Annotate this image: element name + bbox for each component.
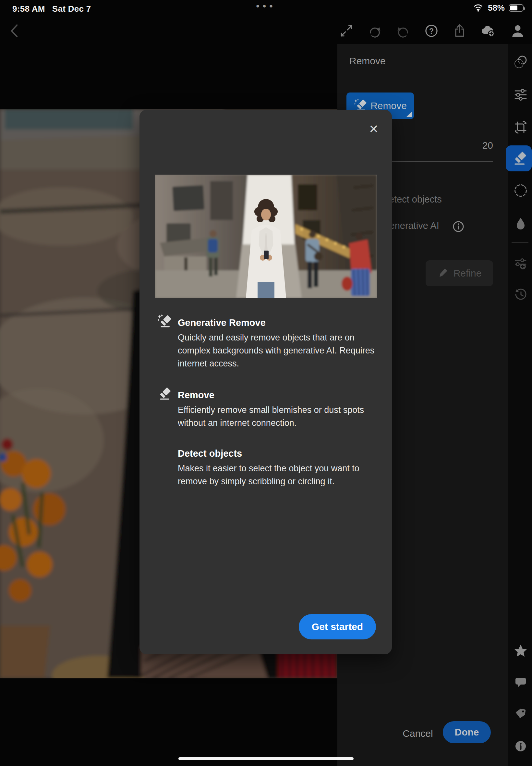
masking-icon[interactable]	[514, 55, 526, 68]
info-icon[interactable]	[514, 739, 526, 752]
refine-button[interactable]: Refine	[426, 260, 493, 286]
panel-title: Remove	[349, 55, 386, 67]
sparkle-eraser-icon	[157, 314, 171, 328]
remove-tool-active[interactable]	[506, 145, 532, 171]
wifi-icon	[472, 3, 484, 13]
status-bar: 9:58 AMSat Dec 7 ••• 58%	[0, 0, 532, 17]
panel-divider	[337, 82, 508, 82]
comment-icon[interactable]	[514, 675, 526, 688]
paste-settings-icon[interactable]	[514, 256, 526, 269]
eraser-icon	[157, 387, 171, 401]
fullscreen-icon[interactable]	[339, 23, 354, 39]
section-heading: Detect objects	[178, 448, 242, 459]
pencil-icon	[437, 267, 449, 280]
cloud-add-icon[interactable]	[480, 23, 496, 39]
status-date: Sat Dec 7	[52, 4, 91, 14]
top-toolbar: ?	[0, 17, 532, 44]
back-chevron-icon[interactable]	[6, 23, 22, 39]
done-button[interactable]: Done	[443, 721, 491, 743]
section-body: Quickly and easily remove objects that a…	[178, 331, 376, 370]
redo-icon[interactable]	[367, 23, 382, 39]
section-body: Efficiently remove small blemishes or du…	[178, 404, 376, 430]
crop-rotate-icon[interactable]	[514, 120, 526, 133]
svg-text:?: ?	[429, 27, 434, 35]
history-icon[interactable]	[514, 287, 526, 300]
rail-divider	[512, 242, 528, 243]
section-heading: Generative Remove	[178, 317, 266, 328]
generative-remove-modal: ✕ Generative Remove	[139, 110, 392, 654]
share-icon[interactable]	[452, 23, 467, 39]
select-subject-icon[interactable]	[514, 183, 526, 196]
get-started-button[interactable]: Get started	[299, 614, 376, 639]
battery-icon	[509, 4, 524, 12]
hero-image	[155, 175, 377, 298]
account-icon[interactable]	[510, 23, 526, 39]
tag-icon[interactable]	[514, 707, 526, 720]
multitask-handle[interactable]: •••	[240, 1, 292, 12]
section-heading: Remove	[178, 390, 214, 401]
status-indicators: 58%	[472, 3, 524, 13]
star-rating-icon[interactable]	[514, 644, 526, 657]
help-icon[interactable]: ?	[424, 23, 439, 39]
undo-icon[interactable]	[395, 23, 411, 39]
section-body: Makes it easier to select the object you…	[178, 462, 376, 488]
home-indicator[interactable]	[178, 757, 354, 760]
dropdown-corner-icon	[406, 112, 412, 117]
clock-date: 9:58 AMSat Dec 7	[12, 4, 91, 14]
refine-label: Refine	[453, 268, 482, 279]
cancel-button[interactable]: Cancel	[395, 728, 441, 739]
close-icon[interactable]: ✕	[367, 122, 381, 136]
tool-rail	[508, 44, 532, 766]
heal-droplet-icon[interactable]	[514, 216, 526, 229]
status-time: 9:58 AM	[12, 4, 45, 14]
size-value: 20	[482, 140, 493, 151]
battery-percent: 58%	[488, 3, 505, 13]
generative-ai-info-icon[interactable]	[453, 221, 464, 232]
adjust-sliders-icon[interactable]	[514, 88, 526, 101]
